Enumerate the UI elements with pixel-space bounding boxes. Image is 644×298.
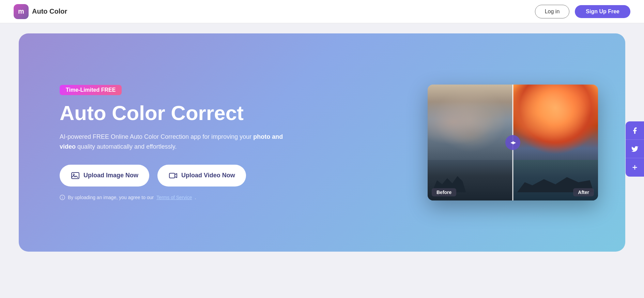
svg-point-1 [73, 174, 75, 175]
hero-right: Before After [428, 85, 598, 200]
share-button[interactable] [626, 158, 644, 177]
upload-image-label: Upload Image Now [83, 172, 138, 179]
upload-image-button[interactable]: Upload Image Now [60, 165, 149, 187]
divider-handle[interactable] [505, 135, 520, 150]
logo-area: m Auto Color [14, 4, 67, 19]
description-text-end: quality automatically and effortlessly. [76, 143, 177, 150]
description-text-plain: AI-powered FREE Online Auto Color Correc… [60, 133, 253, 140]
before-after-image: Before After [428, 85, 598, 200]
upload-video-label: Upload Video Now [181, 172, 235, 179]
upload-buttons: Upload Image Now Upload Video Now [60, 165, 291, 187]
terms-of-service-link[interactable]: Terms of Service [156, 195, 192, 200]
before-label: Before [432, 188, 456, 196]
svg-text:i: i [62, 196, 63, 199]
time-limited-badge: Time-Limited FREE [60, 85, 122, 95]
upload-video-button[interactable]: Upload Video Now [157, 165, 246, 187]
twitter-button[interactable] [626, 140, 644, 158]
header-buttons: Log in Sign Up Free [535, 5, 630, 18]
video-icon [168, 171, 178, 180]
terms-line: i By uploading an image, you agree to ou… [60, 195, 291, 200]
hero-description: AI-powered FREE Online Auto Color Correc… [60, 132, 291, 152]
terms-text: By uploading an image, you agree to our [68, 195, 154, 200]
signup-button[interactable]: Sign Up Free [575, 5, 630, 18]
facebook-button[interactable] [626, 121, 644, 140]
header: m Auto Color Log in Sign Up Free [0, 0, 644, 23]
svg-rect-2 [169, 173, 175, 178]
hero-left: Time-Limited FREE Auto Color Correct AI-… [60, 85, 291, 200]
hero-title: Auto Color Correct [60, 102, 291, 124]
terms-dot: . [195, 195, 196, 200]
image-icon [71, 171, 80, 180]
image-after [513, 85, 598, 200]
main-content: Time-Limited FREE Auto Color Correct AI-… [0, 23, 644, 262]
hero-card: Time-Limited FREE Auto Color Correct AI-… [19, 33, 625, 252]
social-sidebar [626, 121, 644, 177]
logo-icon: m [14, 4, 29, 19]
login-button[interactable]: Log in [535, 5, 570, 18]
image-before [428, 85, 513, 200]
after-label: After [573, 188, 594, 196]
info-icon: i [60, 195, 65, 200]
app-name: Auto Color [32, 8, 67, 15]
